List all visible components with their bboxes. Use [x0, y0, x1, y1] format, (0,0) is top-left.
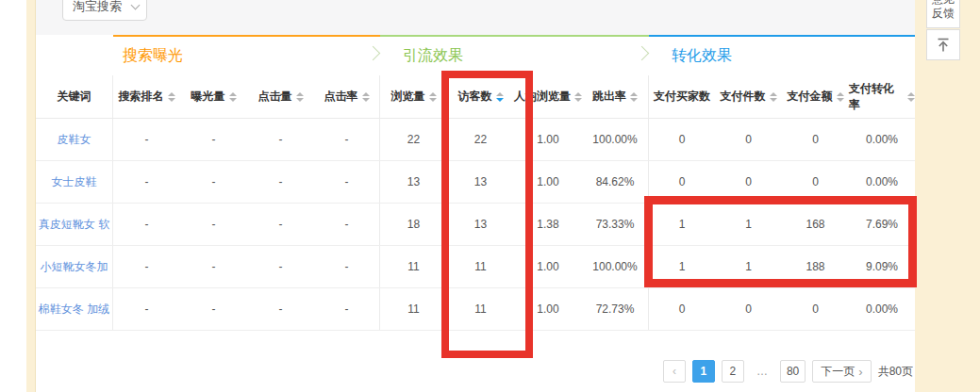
- metric-cell: 13: [380, 161, 447, 203]
- group-label: 引流效果: [390, 46, 463, 66]
- keyword-link[interactable]: 皮鞋女: [58, 132, 91, 148]
- metric-cell: -: [247, 119, 314, 160]
- metric-cell: -: [113, 161, 180, 203]
- metric-cell: 0: [649, 119, 715, 160]
- pagination: ‹12…80下一页›共80页: [663, 360, 913, 383]
- column-group-band: 搜索曝光 引流效果 转化效果: [36, 35, 915, 75]
- metric-cell: 0.00%: [849, 288, 915, 330]
- column-header-1: 关键词: [36, 75, 113, 118]
- column-header-13[interactable]: 支付转化率: [849, 75, 915, 118]
- red-annotation-box-visitors-column: [441, 71, 533, 358]
- metric-cell: -: [113, 119, 180, 160]
- feedback-label: 反馈: [932, 7, 955, 21]
- metric-cell: -: [247, 161, 314, 203]
- group-label: 转化效果: [658, 46, 732, 66]
- column-header-5[interactable]: 点击率: [314, 75, 380, 118]
- metric-cell: 73.33%: [582, 204, 649, 245]
- chevron-right-icon: ›: [858, 365, 862, 379]
- column-header-label: 关键词: [58, 89, 91, 105]
- keyword-cell: 女士皮鞋: [36, 161, 113, 203]
- search-source-value: 淘宝搜索: [73, 0, 122, 15]
- column-header-4[interactable]: 点击量: [247, 75, 314, 118]
- metric-cell: 84.62%: [582, 161, 649, 203]
- top-strip: [36, 0, 915, 35]
- metric-cell: -: [180, 204, 247, 245]
- sort-carets-icon[interactable]: [770, 92, 777, 102]
- column-header-label: 点击率: [324, 89, 358, 105]
- pagination-page-2[interactable]: 2: [722, 360, 744, 383]
- keyword-link[interactable]: 小短靴女冬加: [41, 259, 108, 275]
- metric-cell: 11: [380, 288, 447, 330]
- metric-cell: -: [314, 204, 380, 245]
- keyword-cell: 棉鞋女冬 加绒: [36, 288, 113, 330]
- column-header-label: 曝光量: [191, 89, 225, 105]
- sort-carets-icon[interactable]: [429, 92, 437, 102]
- keyword-link[interactable]: 真皮短靴女 软: [39, 217, 109, 233]
- column-header-11[interactable]: 支付件数: [715, 75, 782, 118]
- column-header-9[interactable]: 跳出率: [582, 75, 649, 118]
- metric-cell: 0.00%: [849, 119, 915, 160]
- search-source-dropdown[interactable]: 淘宝搜索: [62, 0, 147, 21]
- column-header-12[interactable]: 支付金额: [782, 75, 849, 118]
- pagination-prev-button[interactable]: ‹: [663, 360, 686, 383]
- feedback-label: 意见: [932, 0, 955, 7]
- metric-cell: 0: [649, 288, 715, 330]
- chevron-down-icon: [131, 1, 141, 10]
- metric-cell: 22: [380, 119, 447, 160]
- metric-cell: 18: [380, 204, 447, 245]
- metric-cell: 0: [715, 119, 782, 160]
- keyword-cell: 皮鞋女: [36, 119, 113, 160]
- back-to-top-icon: [935, 37, 952, 54]
- group-spacer: [36, 35, 113, 75]
- column-header-label: 支付买家数: [654, 89, 710, 105]
- group-conversion-effect: 转化效果: [649, 35, 915, 75]
- metric-cell: -: [180, 246, 247, 287]
- column-header-label: 支付金额: [788, 89, 833, 105]
- metric-cell: -: [113, 246, 180, 287]
- metric-cell: -: [314, 119, 380, 160]
- sort-carets-icon[interactable]: [837, 92, 844, 102]
- back-to-top-button[interactable]: [926, 29, 960, 60]
- group-label: 搜索曝光: [123, 46, 183, 66]
- metric-cell: 100.00%: [582, 119, 649, 160]
- column-header-label: 支付件数: [721, 89, 766, 105]
- metric-cell: -: [314, 161, 380, 203]
- feedback-button[interactable]: 意见反馈: [926, 0, 960, 28]
- pagination-ellipsis: …: [751, 360, 773, 383]
- metric-cell: 72.73%: [582, 288, 649, 330]
- pagination-page-1[interactable]: 1: [692, 360, 715, 383]
- keyword-cell: 真皮短靴女 软: [36, 204, 113, 245]
- column-header-2[interactable]: 搜索排名: [113, 75, 180, 118]
- column-header-6[interactable]: 浏览量: [380, 75, 447, 118]
- metric-cell: -: [247, 288, 314, 330]
- metric-cell: -: [247, 246, 314, 287]
- sort-carets-icon[interactable]: [630, 92, 638, 102]
- left-beige-band: [26, 0, 36, 392]
- group-traffic-effect: 引流效果: [380, 35, 649, 75]
- pagination-total-pages: 共80页: [878, 364, 913, 380]
- group-search-exposure: 搜索曝光: [113, 35, 380, 75]
- metric-cell: 0: [782, 288, 849, 330]
- metric-cell: -: [180, 288, 247, 330]
- column-header-label: 浏览量: [391, 89, 425, 105]
- keyword-link[interactable]: 棉鞋女冬 加绒: [39, 302, 109, 318]
- keyword-link[interactable]: 女士皮鞋: [52, 174, 97, 190]
- column-header-label: 跳出率: [592, 89, 626, 105]
- column-header-10: 支付买家数: [649, 75, 715, 118]
- column-header-3[interactable]: 曝光量: [180, 75, 247, 118]
- sort-carets-icon[interactable]: [574, 92, 582, 102]
- pagination-page-80[interactable]: 80: [780, 360, 806, 383]
- column-header-label: 搜索排名: [119, 89, 164, 105]
- metric-cell: 0: [782, 119, 849, 160]
- sort-carets-icon[interactable]: [168, 92, 175, 102]
- sort-carets-icon[interactable]: [229, 92, 237, 102]
- pagination-next-label: 下一页: [821, 364, 855, 380]
- sort-carets-icon[interactable]: [296, 92, 304, 102]
- sort-carets-icon[interactable]: [362, 92, 370, 102]
- column-header-label: 支付转化率: [849, 81, 904, 113]
- metric-cell: -: [247, 204, 314, 245]
- sort-carets-icon[interactable]: [907, 92, 915, 102]
- metric-cell: 100.00%: [582, 246, 649, 287]
- pagination-next-button[interactable]: 下一页›: [812, 360, 871, 383]
- metric-cell: 11: [380, 246, 447, 287]
